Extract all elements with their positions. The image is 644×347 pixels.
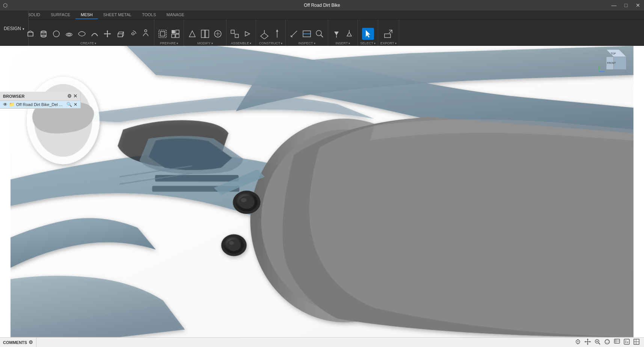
export-icons (382, 28, 394, 40)
modify-section: MODIFY▾ (184, 20, 226, 47)
inspect-section-icon[interactable] (301, 28, 313, 40)
toolbar-icons-row: CREATE▾ PREPARE▾ (0, 20, 644, 47)
create-pipe-icon[interactable] (89, 28, 101, 40)
svg-point-50 (238, 196, 255, 209)
svg-rect-15 (172, 30, 175, 33)
prepare-icon2[interactable] (169, 28, 181, 40)
svg-marker-9 (104, 33, 105, 35)
tab-sheet-metal[interactable]: SHEET METAL (98, 11, 137, 19)
svg-point-12 (145, 30, 147, 32)
construct-plane-icon[interactable] (258, 28, 270, 40)
create-cylinder-icon[interactable] (38, 28, 50, 40)
svg-marker-10 (110, 33, 111, 35)
comments-label: COMMENTS (3, 340, 27, 345)
svg-point-4 (53, 31, 59, 37)
svg-rect-11 (118, 34, 122, 37)
prepare-section: PREPARE▾ (154, 20, 184, 47)
construct-icons (258, 28, 283, 40)
export-section: EXPORT▾ (378, 20, 399, 47)
create-extrude-icon[interactable] (114, 28, 126, 40)
bottom-pan-icon[interactable] (584, 338, 591, 345)
create-revolve-icon[interactable] (127, 28, 139, 40)
browser-search-icon[interactable]: 🔍 (66, 102, 72, 107)
minimize-button[interactable]: — (608, 0, 620, 11)
assemble-icon2[interactable] (241, 28, 253, 40)
window-controls: — □ ✕ (608, 0, 644, 11)
create-move-icon[interactable] (101, 28, 113, 40)
bottom-visual-icon[interactable] (623, 338, 630, 345)
construct-axis-icon[interactable] (271, 28, 283, 40)
assemble-icons (229, 28, 253, 40)
svg-marker-27 (276, 29, 278, 32)
modify-label: MODIFY▾ (198, 41, 213, 45)
bottom-snap-icon[interactable] (574, 338, 582, 345)
svg-rect-18 (176, 34, 179, 38)
browser-close-icon[interactable]: ✕ (73, 93, 77, 99)
svg-line-75 (599, 343, 600, 344)
app-icon: ⬡ (3, 2, 8, 8)
create-box-icon[interactable] (25, 28, 37, 40)
select-cursor-icon[interactable] (362, 28, 374, 40)
bottom-orbit-icon[interactable] (603, 338, 611, 345)
svg-point-51 (241, 198, 246, 202)
modify-icon2[interactable] (199, 28, 211, 40)
inspect-measure-icon[interactable] (288, 28, 300, 40)
toolbar-wrapper: DESIGN ▾ SOLID SURFACE MESH SHEET METAL … (0, 11, 644, 47)
svg-rect-85 (627, 341, 628, 343)
svg-marker-70 (587, 338, 588, 340)
modify-icon3[interactable] (212, 28, 224, 40)
prepare-label: PREPARE▾ (160, 41, 178, 45)
tab-mesh[interactable]: MESH (75, 11, 98, 19)
comments-settings-icon[interactable]: ⚙ (29, 339, 33, 345)
assemble-icon1[interactable] (229, 28, 241, 40)
insert-up-icon[interactable] (343, 28, 355, 40)
tab-tools[interactable]: TOOLS (137, 11, 161, 19)
tab-manage[interactable]: MANAGE (161, 11, 190, 19)
browser-title: BROWSER (3, 94, 24, 98)
bottom-display-icon[interactable] (613, 338, 621, 345)
modify-icons (186, 28, 224, 40)
svg-rect-0 (28, 32, 33, 36)
svg-rect-23 (235, 34, 238, 38)
svg-rect-16 (176, 30, 179, 33)
inspect-zoom-icon[interactable] (314, 28, 326, 40)
comments-section: COMMENTS ⚙ (0, 338, 36, 347)
svg-line-28 (291, 31, 297, 37)
create-torus-icon[interactable] (63, 28, 75, 40)
3d-model: TOP FRONT (0, 46, 644, 337)
bottom-grid-icon[interactable] (633, 338, 640, 345)
svg-line-24 (234, 33, 235, 34)
title-text: Off Road Dirt Bike (304, 3, 340, 8)
browser-eye-icon: 👁 (3, 102, 8, 107)
svg-point-55 (229, 241, 234, 245)
svg-rect-84 (625, 340, 626, 343)
create-coil-icon[interactable] (76, 28, 88, 40)
viewport[interactable]: TOP FRONT BROWSER ⚙ ✕ 👁 📁 Off Road Dirt … (0, 46, 644, 337)
insert-down-icon[interactable] (330, 28, 342, 40)
browser-folder-icon: 📁 (9, 102, 15, 107)
svg-point-33 (316, 30, 321, 36)
browser-item-close-icon[interactable]: ✕ (74, 102, 77, 107)
tab-surface[interactable]: SURFACE (45, 11, 75, 19)
insert-label: INSERT▾ (336, 41, 350, 45)
maximize-button[interactable]: □ (620, 0, 632, 11)
create-sweep-icon[interactable] (140, 28, 152, 40)
close-button[interactable]: ✕ (632, 0, 644, 11)
browser-header: BROWSER ⚙ ✕ (0, 92, 80, 101)
svg-point-54 (227, 239, 241, 251)
browser-item[interactable]: 👁 📁 Off Road Dirt Bike_Del ... 🔍 ✕ (0, 101, 80, 109)
title-bar: ⬡ Off Road Dirt Bike — □ ✕ (0, 0, 644, 11)
svg-marker-72 (584, 341, 586, 342)
browser-panel: BROWSER ⚙ ✕ 👁 📁 Off Road Dirt Bike_Del .… (0, 92, 81, 109)
modify-icon1[interactable] (186, 28, 198, 40)
create-sphere-icon[interactable] (50, 28, 62, 40)
bottom-zoom-icon[interactable] (594, 338, 601, 345)
design-label: DESIGN (4, 26, 21, 31)
svg-marker-7 (107, 30, 108, 32)
browser-settings-icon[interactable]: ⚙ (67, 93, 72, 99)
prepare-icon1[interactable] (157, 28, 169, 40)
export-icon[interactable] (382, 28, 394, 40)
browser-item-label: Off Road Dirt Bike_Del ... (16, 102, 62, 107)
svg-point-78 (605, 339, 609, 344)
svg-rect-43 (155, 175, 239, 181)
